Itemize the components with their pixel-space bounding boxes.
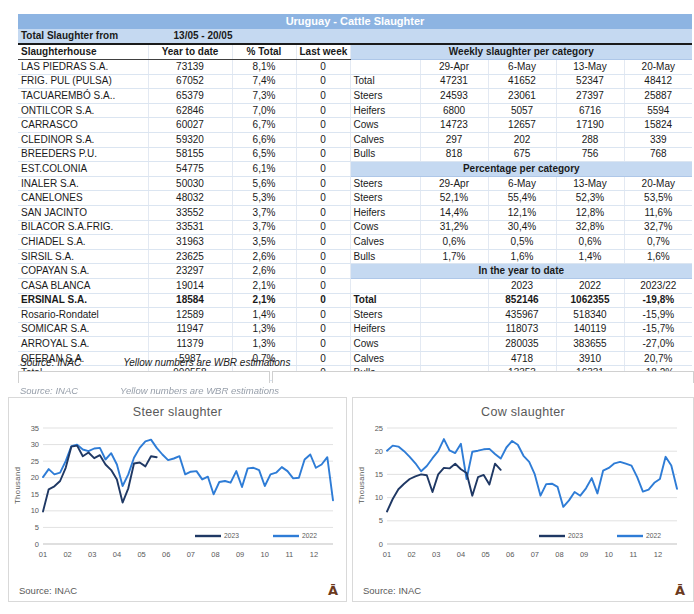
svg-text:2022: 2022 [302, 532, 317, 539]
year-to-date-value: 65379 [148, 89, 232, 104]
svg-text:10: 10 [375, 493, 383, 502]
slaughterhouse-name: ARROYAL S.A. [18, 337, 148, 352]
last-week-value: 0 [296, 176, 350, 191]
chart-plot: 0510152025Thousand0102030405060708091011… [357, 424, 685, 574]
weekly-row-cell: 27397 [556, 89, 624, 104]
weekly-row-cell: Steers [350, 89, 420, 104]
ytd-row-cell: 1062355 [556, 293, 624, 308]
svg-text:Thousand: Thousand [13, 467, 22, 504]
slaughterhouse-name: CARRASCO [18, 118, 148, 133]
svg-text:05: 05 [137, 550, 145, 559]
weekly-date-row-cell: 20-May [624, 60, 692, 75]
ytd-header: In the year to date [350, 264, 692, 279]
weekly-row-cell: 297 [420, 132, 488, 147]
year-to-date-value: 19014 [148, 278, 232, 293]
table-header-row: SlaughterhouseYear to date% TotalLast we… [18, 44, 692, 60]
percentage-row-cell: 1,4% [556, 249, 624, 264]
last-week-value: 0 [296, 264, 350, 279]
ytd-row-cell: Steers [350, 308, 420, 323]
estimation-note: Yellow numbers are WBR estimations [123, 357, 290, 368]
table-row: ARROYAL S.A.113791,3%0Cows280035383655-2… [18, 337, 692, 352]
ytd-year-row-cell: 2022 [556, 278, 624, 293]
column-header: Year to date [148, 44, 232, 60]
pct-total-value: 7,4% [232, 74, 296, 89]
percentage-row-cell: 52,3% [556, 191, 624, 206]
pct-total-value: 3,7% [232, 220, 296, 235]
weekly-row-cell: 23061 [488, 89, 556, 104]
percentage-header: Percentage per category [350, 162, 692, 177]
year-to-date-value: 18584 [148, 293, 232, 308]
ytd-row-cell: 3910 [556, 351, 624, 366]
cow-slaughter-chart: Cow slaughter0510152025Thousand010203040… [352, 397, 694, 602]
table-row: SOMICAR S.A.119471,3%0Heifers11807314011… [18, 322, 692, 337]
pct-total-value: 2,1% [232, 278, 296, 293]
table-row: CLEDINOR S.A.593206,6%0Calves29720228833… [18, 132, 692, 147]
svg-text:11: 11 [286, 550, 294, 559]
pct-total-value: 7,3% [232, 89, 296, 104]
ytd-row-cell [420, 322, 488, 337]
ytd-row-cell: 383655 [556, 337, 624, 352]
column-header: Slaughterhouse [18, 44, 148, 60]
table-row: CANELONES480325,3%0Steers52,1%55,4%52,3%… [18, 191, 692, 206]
percentage-row-cell: Cows [350, 220, 420, 235]
weekly-row-cell: 48412 [624, 74, 692, 89]
ytd-row-cell: 118073 [488, 322, 556, 337]
svg-text:0: 0 [379, 540, 383, 549]
ytd-row-cell [420, 351, 488, 366]
weekly-row-cell: 818 [420, 147, 488, 162]
pct-total-value: 6,6% [232, 132, 296, 147]
svg-text:25: 25 [375, 424, 383, 433]
weekly-row-cell: 6800 [420, 103, 488, 118]
total-slaughter-from-label: Total Slaughter from [21, 29, 118, 43]
year-to-date-value: 23625 [148, 249, 232, 264]
last-week-value: 0 [296, 249, 350, 264]
table-row: INALER S.A.500305,6%0Steers29-Apr6-May13… [18, 176, 692, 191]
source-label: Source: INAC [20, 357, 81, 368]
year-to-date-value: 50030 [148, 176, 232, 191]
ytd-year-row-cell: 2023 [488, 278, 556, 293]
svg-text:06: 06 [162, 550, 170, 559]
weekly-date-row-cell: 29-Apr [420, 60, 488, 75]
subtitle-row: Total Slaughter from 13/05 - 20/05 [18, 29, 692, 43]
weekly-row-cell: 12657 [488, 118, 556, 133]
percentage-row-cell: 1,6% [488, 249, 556, 264]
svg-text:09: 09 [236, 550, 244, 559]
svg-text:07: 07 [531, 550, 539, 559]
slaughterhouse-name: CHIADEL S.A. [18, 235, 148, 250]
pct-total-value: 2,1% [232, 293, 296, 308]
last-week-value: 0 [296, 74, 350, 89]
last-week-value: 0 [296, 60, 350, 75]
svg-text:15: 15 [31, 490, 39, 499]
chart-title: Steer slaughter [9, 405, 346, 419]
ytd-row-cell [420, 308, 488, 323]
last-week-value: 0 [296, 147, 350, 162]
slaughterhouse-name: ERSINAL S.A. [18, 293, 148, 308]
slaughterhouse-name: CASA BLANCA [18, 278, 148, 293]
svg-text:2022: 2022 [646, 532, 661, 539]
year-to-date-value: 23297 [148, 264, 232, 279]
year-to-date-value: 59320 [148, 132, 232, 147]
year-to-date-value: 73139 [148, 60, 232, 75]
slaughterhouse-name: SIRSIL S.A. [18, 249, 148, 264]
ytd-row-cell: 280035 [488, 337, 556, 352]
table-row: SIRSIL S.A.236252,6%0Bulls1,7%1,6%1,4%1,… [18, 249, 692, 264]
year-to-date-value: 67052 [148, 74, 232, 89]
table-row: SAN JACINTO335523,7%0Heifers14,4%12,1%12… [18, 205, 692, 220]
last-week-value: 0 [296, 322, 350, 337]
date-range: 13/05 - 20/05 [148, 29, 258, 43]
year-to-date-value: 54775 [148, 162, 232, 177]
chart-title: Cow slaughter [353, 405, 693, 419]
svg-text:35: 35 [31, 424, 39, 433]
svg-text:5: 5 [35, 523, 39, 532]
year-to-date-value: 58155 [148, 147, 232, 162]
weekly-row-cell: 5057 [488, 103, 556, 118]
svg-text:12: 12 [310, 550, 318, 559]
percentage-row-cell: 12,8% [556, 205, 624, 220]
report-title: Uruguay - Cattle Slaughter [18, 14, 692, 29]
steer-slaughter-chart: Steer slaughter05101520253035Thousand010… [8, 397, 347, 602]
cattle-slaughter-report: Uruguay - Cattle Slaughter Total Slaught… [0, 0, 694, 614]
slaughterhouse-name: BILACOR S.A.FRIG. [18, 220, 148, 235]
weekly-row-cell: Cows [350, 118, 420, 133]
year-to-date-value: 33552 [148, 205, 232, 220]
ytd-row-cell: -15,7% [624, 322, 692, 337]
